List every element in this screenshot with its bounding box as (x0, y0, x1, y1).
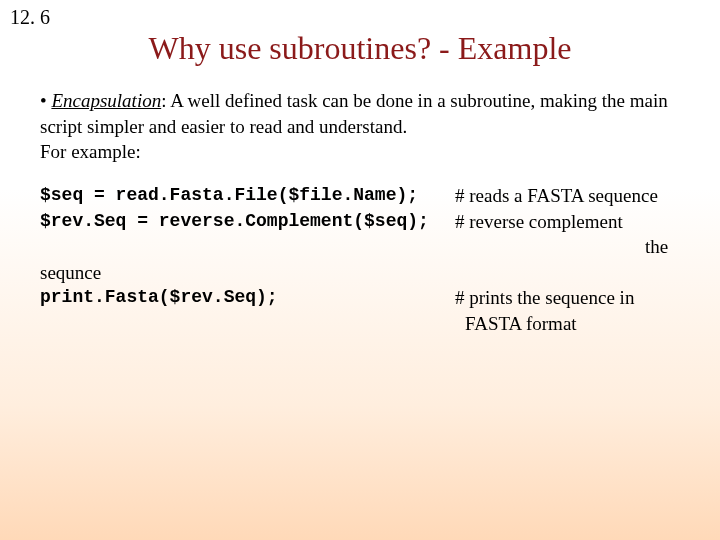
code-comment-cont: FASTA format (465, 311, 690, 337)
code-comment: # reads a FASTA sequence (455, 183, 690, 209)
code-text: $seq = read.Fasta.File($file.Name); (40, 183, 418, 209)
code-comment-cont: sequnce (40, 262, 101, 283)
code-comment: # prints the sequence in (455, 285, 690, 311)
code-line-3a: sequnce (40, 260, 690, 286)
page-number: 12. 6 (10, 6, 50, 29)
definition-term: Encapsulation (51, 90, 161, 111)
code-line-2b: the (40, 234, 690, 260)
code-comment: # reverse complement (455, 209, 690, 235)
code-block: $seq = read.Fasta.File($file.Name); # re… (40, 183, 690, 337)
code-line-1: $seq = read.Fasta.File($file.Name); # re… (40, 183, 690, 209)
definition-paragraph: • Encapsulation: A well defined task can… (40, 88, 690, 165)
code-text: $rev.Seq = reverse.Complement($seq); (40, 209, 429, 235)
for-example-label: For example: (40, 141, 141, 162)
code-line-2: $rev.Seq = reverse.Complement($seq); # r… (40, 209, 690, 235)
slide-title: Why use subroutines? - Example (0, 30, 720, 67)
code-line-4: print.Fasta($rev.Seq); # prints the sequ… (40, 285, 690, 311)
bullet: • (40, 90, 47, 111)
code-comment-cont: the (645, 234, 690, 260)
content-area: • Encapsulation: A well defined task can… (40, 88, 690, 337)
code-line-5: FASTA format (40, 311, 690, 337)
code-text: print.Fasta($rev.Seq); (40, 285, 278, 311)
